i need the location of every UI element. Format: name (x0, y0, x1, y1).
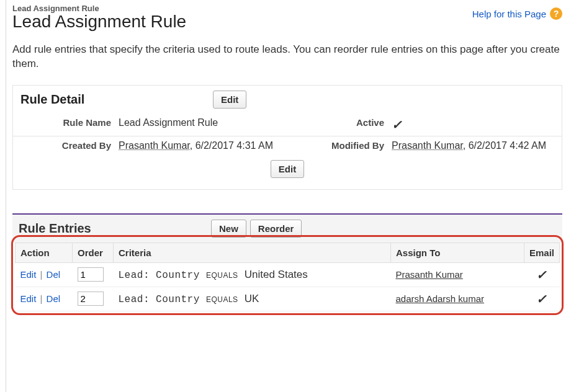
label-modified-by: Modified By (305, 140, 392, 151)
assign-to-link[interactable]: adarsh Adarsh kumar (395, 293, 484, 304)
label-rule-name: Rule Name (19, 117, 119, 132)
action-separator: | (39, 269, 44, 280)
created-by-meta: , 6/2/2017 4:31 AM (190, 140, 273, 151)
rule-entries-section: Rule Entries New Reorder Action Order Cr… (12, 213, 562, 311)
page-title: Lead Assignment Rule (12, 12, 186, 32)
criteria-field: Lead: Country (119, 270, 200, 281)
col-criteria: Criteria (114, 243, 391, 262)
criteria-field: Lead: Country (119, 294, 200, 305)
label-created-by: Created By (19, 140, 119, 151)
col-action: Action (16, 243, 73, 262)
intro-text: Add rule entries that specify the criter… (12, 43, 562, 71)
email-checkmark-icon: ✓ (536, 268, 547, 282)
col-email: Email (524, 243, 559, 262)
modified-by-user-link[interactable]: Prasanth Kumar (392, 140, 463, 151)
action-separator: | (39, 293, 44, 304)
order-input[interactable] (78, 267, 104, 282)
modified-by-meta: , 6/2/2017 4:42 AM (463, 140, 546, 151)
edit-link[interactable]: Edit (20, 269, 37, 280)
active-checkmark-icon: ✓ (392, 118, 402, 131)
new-button[interactable]: New (211, 220, 246, 238)
rule-detail-heading: Rule Detail (20, 92, 213, 107)
label-active: Active (305, 117, 392, 132)
col-order: Order (73, 243, 114, 262)
criteria-operator: EQUALS (206, 295, 238, 304)
edit-link[interactable]: Edit (20, 293, 37, 304)
edit-button-bottom[interactable]: Edit (271, 160, 304, 178)
order-input[interactable] (78, 292, 104, 306)
help-link-label: Help for this Page (472, 9, 546, 19)
value-rule-name: Lead Assignment Rule (119, 117, 305, 132)
criteria-operator: EQUALS (206, 271, 238, 280)
email-checkmark-icon: ✓ (536, 292, 547, 306)
criteria-value: UK (245, 293, 259, 305)
left-rail (0, 0, 6, 325)
del-link[interactable]: Del (47, 293, 61, 304)
edit-button-top[interactable]: Edit (213, 91, 246, 109)
col-assign-to: Assign To (390, 243, 524, 262)
reorder-button[interactable]: Reorder (250, 220, 302, 238)
table-row: Edit | Del Lead: Country EQUALS United S… (16, 262, 560, 287)
rule-entries-heading: Rule Entries (19, 221, 211, 236)
help-link[interactable]: Help for this Page ? (472, 7, 562, 20)
rule-entries-table: Action Order Criteria Assign To Email Ed… (15, 243, 560, 311)
criteria-value: United States (245, 269, 308, 280)
del-link[interactable]: Del (47, 269, 61, 280)
rule-detail-section: Rule Detail Edit Rule Name Lead Assignme… (12, 85, 562, 190)
table-row: Edit | Del Lead: Country EQUALS UK adars… (16, 287, 560, 311)
help-icon: ? (550, 7, 562, 20)
created-by-user-link[interactable]: Prasanth Kumar (119, 140, 190, 151)
assign-to-link[interactable]: Prasanth Kumar (395, 269, 462, 280)
